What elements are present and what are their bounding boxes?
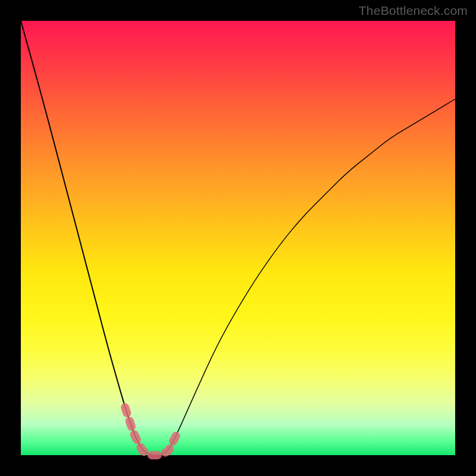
chart-frame: TheBottleneck.com <box>0 0 476 476</box>
curve-highlight-dash <box>125 408 177 455</box>
watermark-text: TheBottleneck.com <box>359 4 468 18</box>
bottleneck-curve-svg <box>21 21 455 455</box>
curve-right-branch <box>151 99 455 455</box>
plot-area <box>21 21 455 455</box>
curve-left-branch <box>21 21 160 455</box>
